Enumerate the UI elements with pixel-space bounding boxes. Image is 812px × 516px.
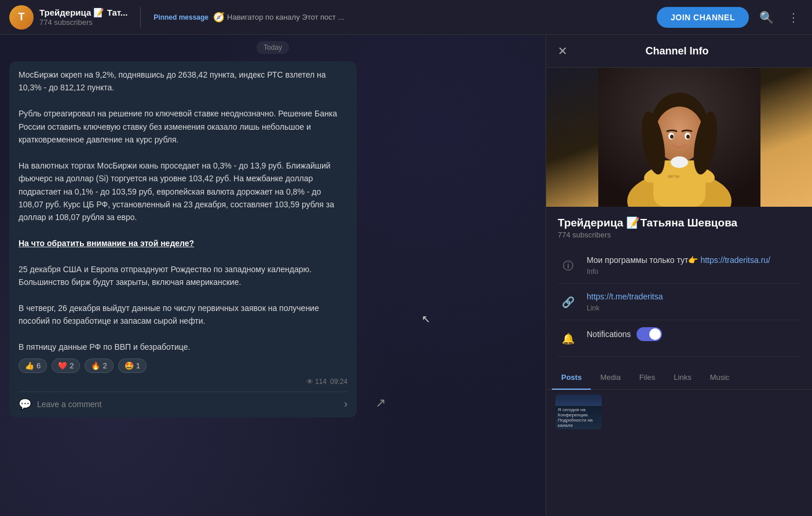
info-row-link: 🔗 https://t.me/traderitsa Link [558,284,800,320]
avatar[interactable]: Т [9,5,34,30]
link-icon: 🔗 [558,292,579,313]
pinned-divider [140,7,141,28]
link-sublabel: Link [587,304,800,312]
msg-text-6: В пятницу данные РФ по ВВП и безработице… [19,342,190,352]
main-layout: Today МосБиржи окреп на 9,2%, поднявшись… [0,35,812,516]
thumbnail-1[interactable]: Я сегодня на Конференции. Подробности на… [555,394,602,429]
top-bar-left: Т Трейдерица 📝 Тат... 774 subscribers Pi… [9,5,657,30]
info-icon: ⓘ [558,255,579,276]
more-options-button[interactable]: ⋮ [784,8,803,27]
date-divider: Today [0,42,546,52]
share-button[interactable]: ↗ [366,389,395,418]
info-text: Мои программы только тут👉 https://trader… [587,254,800,266]
channel-profile-photo: tde*sa [546,68,812,207]
top-bar: Т Трейдерица 📝 Тат... 774 subscribers Pi… [0,0,812,35]
date-label: Today [257,41,289,54]
comment-arrow-icon: › [344,398,348,410]
message-time: 09:24 [330,378,348,386]
search-button[interactable]: 🔍 [756,8,777,27]
share-icon: ↗ [375,396,386,411]
notifications-toggle[interactable] [637,327,662,341]
link-content: https://t.me/traderitsa Link [587,291,800,312]
info-link[interactable]: https://traderitsa.ru/ [700,255,770,265]
notifications-content: Notifications [587,327,800,341]
message-text: МосБиржи окреп на 9,2%, поднявшись до 26… [19,68,348,354]
tab-links[interactable]: Links [664,366,700,390]
top-bar-actions: JOIN CHANNEL 🔍 ⋮ [657,7,803,28]
comment-box[interactable]: 💬 Leave a comment › [19,391,348,411]
msg-heading: На что обратить внимание на этой неделе? [19,239,194,248]
message-meta: 👁 114 09:24 [19,378,348,386]
chat-area[interactable]: Today МосБиржи окреп на 9,2%, поднявшись… [0,35,546,516]
view-count: 👁 114 [306,378,327,386]
pinned-message[interactable]: Pinned message 🧭 Навигатор по каналу Это… [153,12,344,23]
tab-files[interactable]: Files [630,366,664,390]
close-panel-button[interactable]: ✕ [558,44,568,58]
tab-music[interactable]: Music [701,366,739,390]
join-channel-button[interactable]: JOIN CHANNEL [657,7,749,28]
reaction-star-eyes[interactable]: 🤩 1 [118,358,147,373]
info-description: Мои программы только тут👉 [587,255,698,265]
svg-point-15 [671,156,688,168]
svg-text:tde*sa: tde*sa [668,174,679,178]
reaction-thumbs-up[interactable]: 👍 6 [19,358,47,373]
comment-icon: 💬 [19,398,31,411]
profile-placeholder: tde*sa [546,68,812,207]
right-panel-header: ✕ Channel Info [546,35,812,68]
info-sublabel: Info [587,268,800,276]
msg-text-1: МосБиржи окреп на 9,2%, поднявшись до 26… [19,70,326,92]
comment-label: Leave a comment [37,400,338,409]
channel-subscribers: 774 subscribers [39,18,127,27]
info-row-description: ⓘ Мои программы только тут👉 https://trad… [558,247,800,284]
notifications-label: Notifications [587,330,631,339]
pinned-label: Pinned message [153,13,209,21]
reaction-heart[interactable]: ❤️ 2 [52,358,80,373]
channel-info-body: Трейдерица 📝Татьяна Шевцова 774 subscrib… [546,207,812,366]
thumbnail-text-1: Я сегодня на Конференции. Подробности на… [555,406,602,429]
thumbnails-row: Я сегодня на Конференции. Подробности на… [546,390,812,434]
channel-subs-info: 774 subscribers [558,230,800,239]
channel-display-name: Трейдерица 📝Татьяна Шевцова [558,216,800,229]
tab-media[interactable]: Media [591,366,630,390]
message-bubble: МосБиржи окреп на 9,2%, поднявшись до 26… [9,61,357,418]
message-row: МосБиржи окреп на 9,2%, поднявшись до 26… [0,59,546,420]
right-panel-title: Channel Info [646,45,709,57]
pin-icon: 🧭 [213,12,225,23]
msg-text-4: 25 декабря США и Европа отпразднуют Рожд… [19,265,312,287]
tab-posts[interactable]: Posts [552,366,591,390]
msg-text-3: На валютных торгах МосБиржи юань проседа… [19,161,334,222]
link-url[interactable]: https://t.me/traderitsa [587,291,800,303]
reaction-fire[interactable]: 🔥 2 [85,358,113,373]
tabs-bar: Posts Media Files Links Music [546,366,812,390]
info-content: Мои программы только тут👉 https://trader… [587,254,800,276]
profile-illustration: tde*sa [598,68,760,207]
svg-point-13 [670,135,674,139]
bell-icon: 🔔 [558,328,579,349]
channel-link[interactable]: https://t.me/traderitsa [587,292,663,301]
views-number: 114 [315,378,327,386]
svg-point-14 [686,135,690,139]
notifications-toggle-row: Notifications [587,327,800,341]
msg-text-2: Рубль отреагировал на решение по ключево… [19,109,337,144]
info-row-notifications: 🔔 Notifications [558,320,800,357]
reactions-bar: 👍 6 ❤️ 2 🔥 2 🤩 1 [19,358,348,373]
right-panel: ✕ Channel Info [546,35,812,516]
eye-icon: 👁 [306,378,313,386]
msg-text-5: В четверг, 26 декабря выйдут данные по ч… [19,303,319,325]
channel-header-info: Трейдерица 📝 Тат... 774 subscribers [39,8,127,27]
pinned-text: Навигатор по каналу Этот пост ... [227,13,344,21]
channel-name: Трейдерица 📝 Тат... [39,8,127,18]
thumbnail-inner-1: Я сегодня на Конференции. Подробности на… [555,394,602,429]
